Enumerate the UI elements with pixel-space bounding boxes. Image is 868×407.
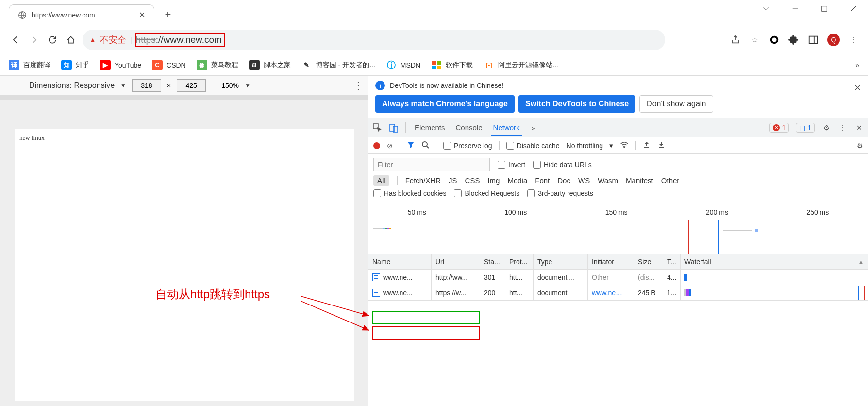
chevron-down-icon[interactable] — [751, 0, 781, 17]
tab-network[interactable]: Network — [491, 119, 522, 136]
record-icon[interactable] — [373, 142, 380, 149]
tab-console[interactable]: Console — [454, 119, 484, 136]
filter-type[interactable]: JS — [449, 176, 457, 185]
width-input[interactable] — [132, 79, 161, 92]
bookmark-item[interactable]: 知知乎 — [61, 60, 89, 70]
bookmark-icon — [431, 60, 442, 70]
bookmark-icon: ✎ — [301, 60, 312, 70]
profile-avatar[interactable]: Q — [827, 34, 840, 46]
extensions-icon[interactable] — [788, 34, 799, 45]
ruler — [0, 95, 368, 100]
download-icon[interactable] — [657, 141, 665, 150]
filter-type-all[interactable]: All — [373, 175, 389, 186]
error-badge[interactable]: ✕1 — [769, 123, 789, 133]
info-badge[interactable]: ▤1 — [796, 123, 815, 133]
table-row[interactable]: www.ne... http://ww... 301 htt... docume… — [368, 270, 868, 285]
wifi-icon[interactable] — [620, 140, 629, 151]
filter-type[interactable]: Manifest — [626, 176, 653, 185]
filter-input[interactable] — [373, 158, 490, 171]
table-row[interactable]: www.ne... https://w... 200 htt... docume… — [368, 285, 868, 301]
devtools-tabs: Elements Console Network » ✕1 ▤1 ⚙ ⋮ ✕ — [368, 118, 868, 137]
more-icon[interactable]: ⋮ — [353, 80, 363, 91]
forward-button[interactable] — [27, 33, 41, 47]
bookmark-item[interactable]: 软件下载 — [431, 60, 473, 70]
bookmark-item[interactable]: ✎博客园 - 开发者的... — [301, 60, 375, 70]
bookmark-icon: 知 — [61, 60, 72, 70]
bookmark-item[interactable]: 译百度翻译 — [9, 60, 50, 70]
network-toolbar: ⊘ Preserve log Disable cache No throttli… — [368, 137, 868, 154]
always-match-button[interactable]: Always match Chrome's language — [375, 95, 515, 113]
dimensions-label[interactable]: Dimensions: Responsive — [29, 81, 115, 90]
filter-type[interactable]: Fetch/XHR — [405, 176, 441, 185]
close-window-button[interactable] — [839, 0, 868, 17]
upload-icon[interactable] — [643, 141, 651, 150]
blocked-requests-checkbox[interactable]: Blocked Requests — [454, 189, 519, 197]
invert-checkbox[interactable]: Invert — [498, 161, 525, 169]
window-controls — [751, 0, 868, 17]
kebab-icon[interactable]: ⋮ — [838, 123, 848, 133]
menu-icon[interactable]: ⋮ — [849, 34, 859, 45]
zoom-select[interactable]: 150% — [221, 82, 239, 89]
svg-rect-0 — [822, 6, 827, 12]
bookmark-icon: [-] — [484, 60, 494, 70]
svg-point-12 — [624, 147, 625, 148]
back-button[interactable] — [9, 33, 22, 47]
filter-type[interactable]: Wasm — [598, 176, 618, 185]
disable-cache-checkbox[interactable]: Disable cache — [506, 142, 560, 150]
tab-elements[interactable]: Elements — [413, 119, 447, 136]
omnibox[interactable]: ▲ 不安全 | https://www.new.com — [83, 30, 665, 50]
viewport: new linux — [0, 100, 368, 406]
bookmark-item[interactable]: B脚本之家 — [249, 60, 291, 70]
height-input[interactable] — [177, 79, 206, 92]
bookmark-star-icon[interactable]: ☆ — [750, 34, 760, 45]
new-tab-button[interactable]: + — [161, 8, 175, 21]
filter-type[interactable]: CSS — [465, 176, 480, 185]
browser-tab[interactable]: https://www.new.com ✕ — [9, 4, 154, 25]
tabs-overflow-icon[interactable]: » — [529, 123, 538, 133]
clear-icon[interactable]: ⊘ — [387, 142, 393, 150]
minimize-button[interactable] — [781, 0, 810, 17]
third-party-checkbox[interactable]: 3rd-party requests — [527, 189, 593, 197]
svg-rect-5 — [437, 61, 441, 65]
device-toolbar: Dimensions: Responsive▼ × 150%▼ ⋮ — [0, 76, 368, 95]
filter-type[interactable]: Other — [661, 176, 680, 185]
tab-title: https://www.new.com — [32, 11, 134, 19]
toolbar-right: ☆ Q ⋮ — [730, 34, 859, 46]
bookmark-item[interactable]: ◉菜鸟教程 — [197, 60, 238, 70]
svg-rect-6 — [432, 66, 436, 69]
side-panel-icon[interactable] — [808, 34, 818, 45]
hide-data-urls-checkbox[interactable]: Hide data URLs — [533, 161, 592, 169]
circle-icon[interactable] — [769, 34, 780, 45]
dont-show-button[interactable]: Don't show again — [639, 95, 713, 113]
close-devtools-icon[interactable]: ✕ — [854, 123, 864, 133]
reload-button[interactable] — [46, 33, 59, 47]
filter-type[interactable]: WS — [578, 176, 590, 185]
filter-type[interactable]: Doc — [557, 176, 570, 185]
switch-chinese-button[interactable]: Switch DevTools to Chinese — [518, 95, 635, 113]
inspect-icon[interactable] — [372, 123, 382, 133]
filter-icon[interactable] — [407, 141, 415, 150]
bookmark-item[interactable]: ⓘMSDN — [386, 60, 420, 70]
preserve-log-checkbox[interactable]: Preserve log — [443, 142, 492, 150]
bookmark-item[interactable]: ▶YouTube — [100, 60, 141, 70]
filter-type[interactable]: Img — [487, 176, 500, 185]
timeline[interactable]: 50 ms 100 ms 150 ms 200 ms 250 ms — [368, 205, 868, 254]
bookmarks-overflow-icon[interactable]: » — [855, 61, 859, 69]
blocked-cookies-checkbox[interactable]: Has blocked cookies — [373, 189, 446, 197]
bookmark-item[interactable]: [-]阿里云开源镜像站... — [484, 60, 558, 70]
gear-icon[interactable]: ⚙ — [821, 123, 831, 133]
warning-icon: ▲ — [89, 36, 96, 44]
maximize-button[interactable] — [810, 0, 839, 17]
close-tab-icon[interactable]: ✕ — [139, 10, 145, 19]
device-toggle-icon[interactable] — [389, 123, 399, 133]
close-banner-icon[interactable]: ✕ — [854, 83, 861, 93]
bookmark-item[interactable]: CCSDN — [152, 60, 186, 70]
search-icon[interactable] — [421, 141, 429, 150]
filter-type[interactable]: Font — [535, 176, 550, 185]
net-settings-icon[interactable]: ⚙ — [857, 142, 863, 150]
home-button[interactable] — [64, 33, 78, 47]
throttling-select[interactable]: No throttling ▾ — [567, 141, 613, 150]
bookmarks-bar: 译百度翻译 知知乎 ▶YouTube CCSDN ◉菜鸟教程 B脚本之家 ✎博客… — [0, 54, 868, 76]
share-icon[interactable] — [730, 34, 741, 45]
filter-type[interactable]: Media — [507, 176, 527, 185]
